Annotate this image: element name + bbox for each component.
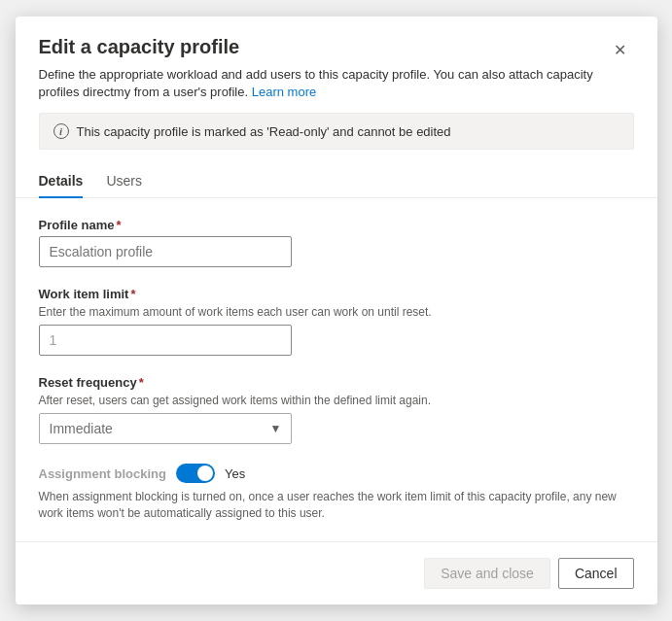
assignment-blocking-description: When assignment blocking is turned on, o… — [39, 489, 634, 522]
assignment-blocking-label: Assignment blocking — [39, 466, 166, 481]
readonly-banner: i This capacity profile is marked as 'Re… — [39, 113, 634, 150]
dialog-title: Edit a capacity profile — [39, 36, 240, 66]
assignment-blocking-group: Assignment blocking Yes When assignment … — [39, 464, 634, 522]
save-and-close-button[interactable]: Save and close — [424, 558, 550, 589]
cancel-button[interactable]: Cancel — [558, 558, 634, 589]
learn-more-link[interactable]: Learn more — [252, 85, 316, 99]
dialog-footer: Save and close Cancel — [16, 541, 657, 604]
reset-frequency-group: Reset frequency* After reset, users can … — [39, 375, 634, 444]
work-item-limit-group: Work item limit* Enter the maximum amoun… — [39, 287, 634, 356]
reset-frequency-select[interactable]: Immediate Daily Weekly Monthly — [39, 413, 292, 444]
work-item-limit-label: Work item limit* — [39, 287, 634, 301]
profile-name-label: Profile name* — [39, 218, 634, 232]
assignment-blocking-toggle[interactable] — [176, 464, 215, 483]
edit-capacity-profile-dialog: Edit a capacity profile ✕ Define the app… — [16, 17, 657, 604]
reset-frequency-sublabel: After reset, users can get assigned work… — [39, 394, 634, 407]
tab-users[interactable]: Users — [106, 165, 142, 198]
toggle-knob — [197, 466, 213, 481]
reset-frequency-label: Reset frequency* — [39, 375, 634, 390]
tabs-bar: Details Users — [16, 165, 657, 198]
assignment-blocking-row: Assignment blocking Yes — [39, 464, 634, 483]
dialog-header: Edit a capacity profile ✕ — [16, 17, 657, 66]
dialog-body: Profile name* Work item limit* Enter the… — [16, 218, 657, 541]
toggle-yes-label: Yes — [225, 466, 245, 481]
close-icon: ✕ — [614, 41, 626, 59]
work-item-limit-sublabel: Enter the maximum amount of work items e… — [39, 305, 634, 319]
profile-name-input[interactable] — [39, 236, 292, 267]
reset-frequency-select-wrapper: Immediate Daily Weekly Monthly ▼ — [39, 413, 292, 444]
close-button[interactable]: ✕ — [607, 36, 634, 63]
readonly-text: This capacity profile is marked as 'Read… — [77, 124, 451, 139]
profile-name-group: Profile name* — [39, 218, 634, 267]
info-icon: i — [53, 123, 69, 139]
dialog-description: Define the appropriate workload and add … — [16, 66, 657, 113]
tab-details[interactable]: Details — [39, 165, 84, 198]
work-item-limit-input[interactable] — [39, 325, 292, 356]
